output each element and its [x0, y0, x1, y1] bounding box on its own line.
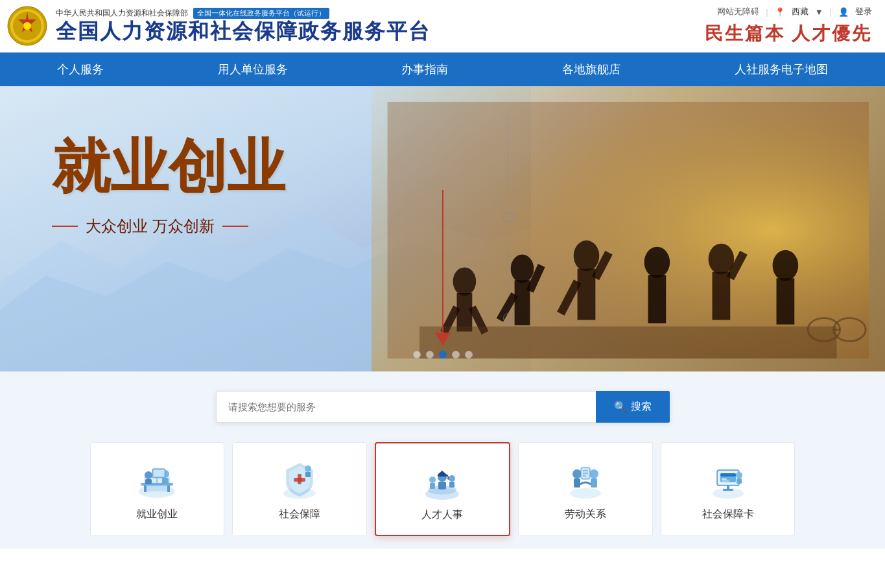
svg-rect-21	[648, 275, 667, 323]
main-nav: 个人服务 用人单位服务 办事指南 各地旗舰店 人社服务电子地图	[0, 53, 885, 86]
svg-rect-73	[720, 473, 736, 476]
svg-point-61	[572, 469, 582, 478]
top-links[interactable]: 网站无障碍 | 📍 西藏 ▼ | 👤 登录	[717, 6, 872, 18]
svg-point-56	[429, 476, 436, 483]
banner-sub-text: 大众创业 万众创新	[52, 216, 285, 237]
categories-grid: 就业创业 社会保障	[86, 442, 799, 536]
svg-rect-52	[438, 475, 447, 476]
social-security-label: 社会保障	[279, 508, 320, 521]
employment-icon	[134, 456, 180, 501]
carousel-dot-1[interactable]	[413, 351, 421, 359]
search-icon: 🔍	[614, 401, 627, 413]
nav-employer[interactable]: 用人单位服务	[179, 53, 327, 86]
svg-rect-75	[722, 480, 729, 482]
svg-rect-27	[419, 327, 837, 359]
banner-text-area: 就业创业 大众创业 万众创新	[52, 138, 285, 237]
carousel-dots[interactable]	[413, 351, 473, 359]
slogan-text: 民生篇本 人才優先	[705, 21, 872, 46]
svg-point-46	[305, 465, 311, 472]
ministry-name: 中华人民共和国人力资源和社会保障部	[56, 8, 188, 19]
category-employment[interactable]: 就业创业	[90, 442, 225, 536]
separator1: |	[766, 7, 768, 17]
nav-guide[interactable]: 办事指南	[362, 53, 487, 86]
svg-rect-77	[723, 489, 733, 491]
svg-rect-76	[727, 486, 729, 489]
svg-rect-57	[430, 483, 435, 489]
banner-sub-label: 大众创业 万众创新	[86, 216, 215, 237]
category-talent[interactable]: 人才人事	[375, 442, 511, 536]
svg-rect-39	[162, 478, 169, 484]
national-emblem-icon	[6, 5, 48, 47]
hero-banner: 就业创业 大众创业 万众创新	[0, 86, 885, 371]
svg-rect-79	[737, 478, 742, 484]
labor-label: 劳动关系	[565, 508, 606, 521]
banner-main-text: 就业创业	[52, 138, 285, 196]
search-box: 🔍 搜索	[216, 391, 670, 423]
svg-rect-59	[449, 482, 454, 488]
svg-point-8	[453, 267, 477, 296]
logo-text-area: 中华人民共和国人力资源和社会保障部 全国一体化在线政务服务平台（试运行） 全国人…	[56, 8, 431, 43]
platform-badge: 全国一体化在线政务服务平台（试运行）	[193, 8, 329, 19]
search-button[interactable]: 🔍 搜索	[596, 391, 670, 423]
svg-point-12	[511, 255, 534, 283]
search-section: 🔍 搜索	[0, 371, 885, 429]
nav-map[interactable]: 人社服务电子地图	[696, 53, 867, 86]
search-label: 搜索	[631, 400, 652, 414]
svg-rect-51	[438, 482, 446, 489]
site-title: 全国人力资源和社会保障政务服务平台	[56, 19, 431, 43]
category-card[interactable]: 社会保障卡	[661, 442, 796, 536]
svg-rect-74	[722, 478, 727, 480]
login-icon: 👤	[838, 7, 849, 17]
login-link[interactable]: 登录	[855, 6, 872, 18]
top-right-area: 网站无障碍 | 📍 西藏 ▼ | 👤 登录 民生篇本 人才優先	[705, 6, 872, 46]
accessibility-link[interactable]: 网站无障碍	[717, 6, 759, 18]
svg-rect-62	[574, 478, 580, 488]
carousel-dot-4[interactable]	[452, 351, 460, 359]
sub-line-right	[222, 226, 248, 227]
svg-rect-35	[167, 486, 170, 492]
svg-point-78	[736, 472, 742, 478]
labor-icon	[563, 456, 608, 501]
svg-rect-26	[777, 278, 795, 324]
card-label: 社会保障卡	[702, 508, 754, 521]
svg-rect-47	[305, 472, 311, 477]
banner-decoration	[503, 115, 513, 323]
svg-point-16	[574, 241, 600, 272]
dropdown-icon: ▼	[815, 7, 823, 17]
svg-rect-45	[294, 478, 305, 482]
svg-point-36	[145, 471, 152, 479]
svg-point-58	[449, 475, 455, 482]
separator2: |	[830, 7, 832, 17]
talent-label: 人才人事	[421, 508, 463, 522]
employment-label: 就业创业	[136, 508, 178, 521]
svg-rect-23	[713, 272, 731, 320]
search-input[interactable]	[216, 391, 596, 423]
carousel-dot-3[interactable]	[439, 351, 447, 359]
svg-point-4	[23, 22, 31, 30]
svg-point-63	[589, 469, 598, 478]
social-security-icon	[277, 456, 322, 501]
nav-personal[interactable]: 个人服务	[18, 53, 143, 86]
talent-icon	[419, 456, 465, 502]
slogan-area: 民生篇本 人才優先	[705, 21, 872, 46]
category-labor[interactable]: 劳动关系	[518, 442, 653, 536]
svg-point-20	[644, 247, 670, 278]
svg-point-60	[570, 488, 601, 499]
nav-flagship[interactable]: 各地旗舰店	[523, 53, 659, 86]
annotation-arrow	[435, 190, 451, 346]
location-icon: 📍	[775, 7, 785, 17]
carousel-dot-2[interactable]	[426, 351, 434, 359]
carousel-dot-5[interactable]	[465, 351, 473, 359]
card-icon	[705, 456, 751, 501]
sub-line-left	[52, 226, 78, 227]
location-label[interactable]: 西藏	[792, 6, 808, 18]
svg-rect-64	[591, 478, 597, 488]
svg-marker-53	[438, 471, 447, 475]
top-bar: 中华人民共和国人力资源和社会保障部 全国一体化在线政务服务平台（试运行） 全国人…	[0, 0, 885, 53]
logo-subtitle: 中华人民共和国人力资源和社会保障部 全国一体化在线政务服务平台（试运行）	[56, 8, 431, 19]
svg-rect-34	[144, 486, 147, 492]
svg-rect-37	[145, 479, 152, 484]
category-social-security[interactable]: 社会保障	[232, 442, 367, 536]
svg-point-25	[773, 250, 799, 281]
categories-section: 就业创业 社会保障	[0, 429, 885, 549]
